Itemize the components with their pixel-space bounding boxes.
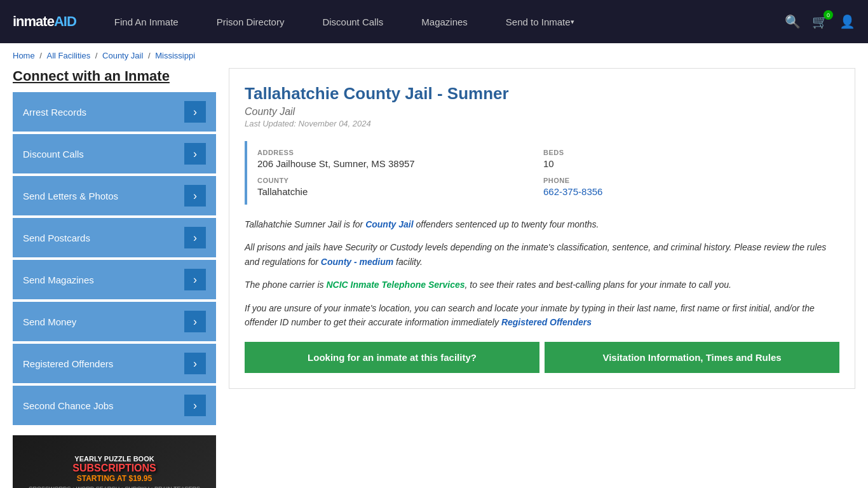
sidebar-title: Connect with an Inmate	[13, 68, 216, 85]
main-header: inmateAID Find An Inmate Prison Director…	[0, 0, 868, 43]
bottom-buttons: Looking for an inmate at this facility? …	[245, 342, 839, 373]
county-block: COUNTY Tallahatchie	[257, 177, 543, 197]
arrow-icon: ›	[184, 311, 206, 332]
facility-card: Tallahatchie County Jail - Sumner County…	[229, 68, 855, 389]
ad-price: STARTING AT $19.95	[77, 474, 152, 483]
facility-updated: Last Updated: November 04, 2024	[245, 119, 839, 128]
sidebar-btn-send-letters[interactable]: Send Letters & Photos ›	[13, 176, 216, 215]
nav-prison-directory[interactable]: Prison Directory	[198, 0, 304, 43]
desc-1: Tallahatchie Sumner Jail is for County J…	[245, 217, 839, 231]
logo[interactable]: inmateAID	[13, 13, 76, 30]
nav-discount-calls[interactable]: Discount Calls	[303, 0, 402, 43]
breadcrumb-county-jail[interactable]: County Jail	[102, 51, 143, 60]
arrow-icon: ›	[184, 143, 206, 165]
address-value: 206 Jailhouse St, Sumner, MS 38957	[257, 158, 543, 169]
ad-subtitle: SUBSCRIPTIONS	[72, 463, 156, 474]
main-container: Connect with an Inmate Arrest Records › …	[0, 68, 868, 488]
phone-value: 662-375-8356	[543, 186, 829, 197]
desc-3: The phone carrier is NCIC Inmate Telepho…	[245, 278, 839, 292]
facility-title: Tallahatchie County Jail - Sumner	[245, 84, 839, 104]
main-content: Tallahatchie County Jail - Sumner County…	[229, 68, 855, 488]
nav-find-inmate[interactable]: Find An Inmate	[95, 0, 198, 43]
phone-block: PHONE 662-375-8356	[543, 177, 829, 197]
arrow-icon: ›	[184, 227, 206, 248]
ncic-link[interactable]: NCIC Inmate Telephone Services	[326, 280, 465, 290]
main-nav: Find An Inmate Prison Directory Discount…	[95, 0, 785, 43]
address-block: ADDRESS 206 Jailhouse St, Sumner, MS 389…	[257, 149, 543, 169]
sidebar-btn-arrest-records[interactable]: Arrest Records ›	[13, 92, 216, 132]
county-value: Tallahatchie	[257, 186, 543, 197]
user-icon[interactable]: 👤	[839, 14, 855, 29]
arrow-icon: ›	[184, 395, 206, 416]
cart-badge: 0	[824, 10, 833, 20]
sidebar-btn-second-chance-jobs[interactable]: Second Chance Jobs ›	[13, 386, 216, 425]
county-jail-link[interactable]: County Jail	[365, 219, 413, 229]
breadcrumb-home[interactable]: Home	[13, 51, 35, 60]
sidebar-btn-send-magazines[interactable]: Send Magazines ›	[13, 260, 216, 299]
search-icon[interactable]: 🔍	[785, 14, 801, 29]
sidebar-btn-discount-calls[interactable]: Discount Calls ›	[13, 134, 216, 173]
sidebar: Connect with an Inmate Arrest Records › …	[13, 68, 216, 488]
beds-label: BEDS	[543, 149, 829, 156]
address-label: ADDRESS	[257, 149, 543, 156]
arrow-icon: ›	[184, 269, 206, 290]
cart-icon[interactable]: 🛒 0	[812, 14, 828, 29]
sidebar-ad[interactable]: YEARLY PUZZLE BOOK SUBSCRIPTIONS STARTIN…	[13, 435, 216, 488]
looking-for-inmate-button[interactable]: Looking for an inmate at this facility?	[245, 342, 539, 373]
facility-type: County Jail	[245, 106, 839, 118]
county-label: COUNTY	[257, 177, 543, 184]
registered-offenders-link[interactable]: Registered Offenders	[501, 317, 592, 327]
visitation-info-button[interactable]: Visitation Information, Times and Rules	[545, 342, 839, 373]
breadcrumb: Home / All Facilities / County Jail / Mi…	[0, 43, 868, 68]
phone-label: PHONE	[543, 177, 829, 184]
arrow-icon: ›	[184, 101, 206, 123]
arrow-icon: ›	[184, 185, 206, 207]
ad-desc: CROSSWORDS • WORD SEARCH • SUDOKU • BRAI…	[29, 485, 200, 488]
desc-4: If you are unsure of your inmate's locat…	[245, 301, 839, 330]
sidebar-btn-registered-offenders[interactable]: Registered Offenders ›	[13, 344, 216, 383]
breadcrumb-all-facilities[interactable]: All Facilities	[47, 51, 91, 60]
beds-value: 10	[543, 158, 829, 169]
arrow-icon: ›	[184, 353, 206, 374]
county-medium-link[interactable]: County - medium	[321, 257, 393, 267]
sidebar-btn-send-money[interactable]: Send Money ›	[13, 302, 216, 341]
sidebar-btn-send-postcards[interactable]: Send Postcards ›	[13, 218, 216, 257]
breadcrumb-state[interactable]: Mississippi	[155, 51, 195, 60]
nav-send-to-inmate[interactable]: Send to Inmate	[487, 0, 593, 43]
nav-magazines[interactable]: Magazines	[402, 0, 487, 43]
facility-info-grid: ADDRESS 206 Jailhouse St, Sumner, MS 389…	[245, 141, 839, 205]
desc-2: All prisons and jails have Security or C…	[245, 240, 839, 269]
ad-title: YEARLY PUZZLE BOOK	[74, 455, 154, 463]
beds-block: BEDS 10	[543, 149, 829, 169]
header-icons: 🔍 🛒 0 👤	[785, 14, 855, 29]
